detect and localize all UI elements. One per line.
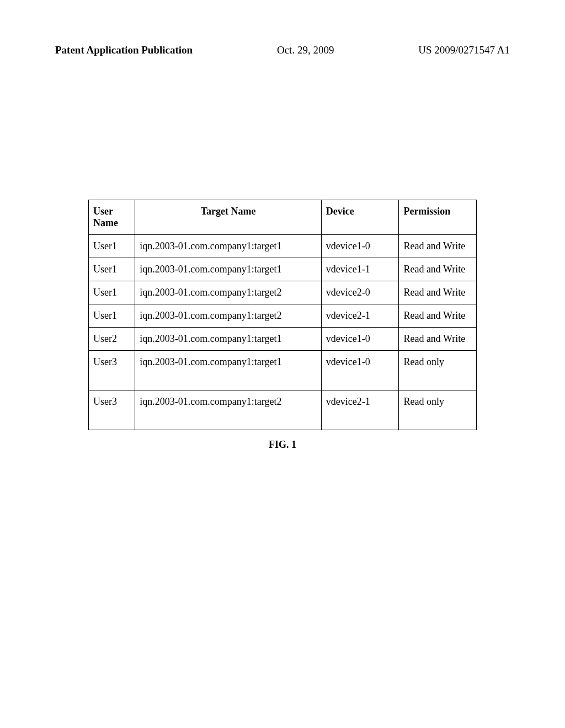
cell-target-name: iqn.2003-01.com.company1:target1 <box>135 235 321 258</box>
header-device: Device <box>321 200 399 235</box>
cell-target-name: iqn.2003-01.com.company1:target2 <box>135 281 321 304</box>
cell-device: vdevice1-1 <box>321 258 399 281</box>
cell-device: vdevice2-0 <box>321 281 399 304</box>
cell-permission: Read and Write <box>399 258 477 281</box>
table-row: User1 iqn.2003-01.com.company1:target2 v… <box>89 281 477 304</box>
cell-target-name: iqn.2003-01.com.company1:target1 <box>135 258 321 281</box>
cell-device: vdevice1-0 <box>321 351 399 390</box>
publication-number: US 2009/0271547 A1 <box>418 44 510 56</box>
cell-permission: Read only <box>399 390 477 430</box>
header-row: Patent Application Publication Oct. 29, … <box>55 44 510 56</box>
header-user-name: User Name <box>89 200 135 235</box>
cell-target-name: iqn.2003-01.com.company1:target2 <box>135 390 321 430</box>
cell-user-name: User3 <box>89 351 135 390</box>
cell-permission: Read only <box>399 351 477 390</box>
header-target-name: Target Name <box>135 200 321 235</box>
table-row: User2 iqn.2003-01.com.company1:target1 v… <box>89 328 477 351</box>
cell-user-name: User1 <box>89 235 135 258</box>
cell-permission: Read and Write <box>399 328 477 351</box>
cell-device: vdevice1-0 <box>321 235 399 258</box>
cell-permission: Read and Write <box>399 281 477 304</box>
table-row: User1 iqn.2003-01.com.company1:target1 v… <box>89 258 477 281</box>
cell-user-name: User1 <box>89 258 135 281</box>
table-row: User1 iqn.2003-01.com.company1:target2 v… <box>89 304 477 328</box>
table-row: User3 iqn.2003-01.com.company1:target2 v… <box>89 390 477 430</box>
cell-permission: Read and Write <box>399 235 477 258</box>
publication-type: Patent Application Publication <box>55 44 193 56</box>
cell-target-name: iqn.2003-01.com.company1:target1 <box>135 328 321 351</box>
cell-user-name: User2 <box>89 328 135 351</box>
cell-target-name: iqn.2003-01.com.company1:target2 <box>135 304 321 328</box>
cell-target-name: iqn.2003-01.com.company1:target1 <box>135 351 321 390</box>
header-permission: Permission <box>399 200 477 235</box>
cell-user-name: User3 <box>89 390 135 430</box>
cell-user-name: User1 <box>89 304 135 328</box>
table-header-row: User Name Target Name Device Permission <box>89 200 477 235</box>
permissions-table: User Name Target Name Device Permission … <box>88 200 477 430</box>
cell-device: vdevice1-0 <box>321 328 399 351</box>
table-row: User3 iqn.2003-01.com.company1:target1 v… <box>89 351 477 390</box>
cell-device: vdevice2-1 <box>321 390 399 430</box>
publication-date: Oct. 29, 2009 <box>277 44 334 56</box>
page-container: Patent Application Publication Oct. 29, … <box>0 0 565 728</box>
cell-device: vdevice2-1 <box>321 304 399 328</box>
figure-caption: FIG. 1 <box>88 439 477 451</box>
table-row: User1 iqn.2003-01.com.company1:target1 v… <box>89 235 477 258</box>
cell-user-name: User1 <box>89 281 135 304</box>
table-container: User Name Target Name Device Permission … <box>88 200 477 451</box>
cell-permission: Read and Write <box>399 304 477 328</box>
